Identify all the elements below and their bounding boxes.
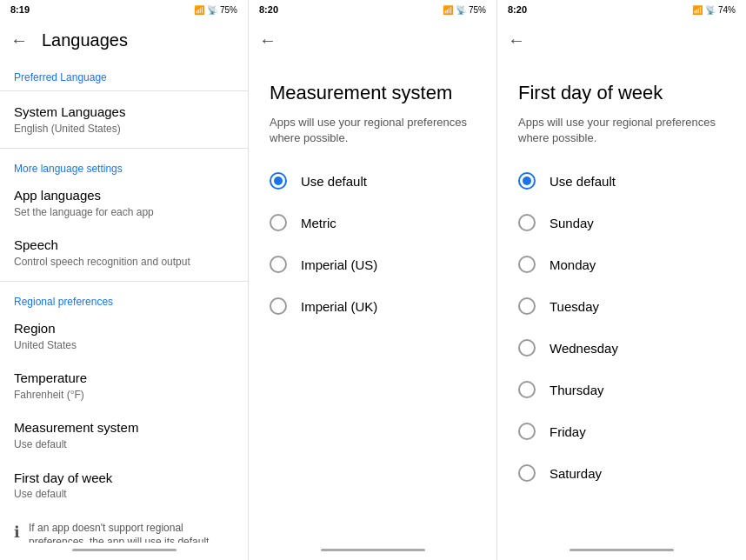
- right-radio-thursday[interactable]: Thursday: [497, 369, 746, 410]
- right-radio-circle-1: [518, 214, 536, 231]
- right-radio-label-3: Tuesday: [550, 299, 599, 314]
- time-right: 8:20: [508, 4, 527, 15]
- mid-dialog-title: Measurement system: [249, 61, 496, 115]
- time-mid: 8:20: [259, 4, 278, 15]
- mid-panel: 8:20 📶 📡 75% ← Measurement system Apps w…: [249, 0, 497, 560]
- mid-radio-use-default[interactable]: Use default: [249, 160, 496, 202]
- right-radio-label-4: Wednesday: [550, 341, 618, 356]
- status-bar-right: 8:20 📶 📡 74%: [497, 0, 746, 19]
- page-title-left: Languages: [42, 30, 128, 50]
- right-dialog-title: First day of week: [497, 61, 746, 115]
- status-bar-mid: 8:20 📶 📡 75%: [249, 0, 496, 19]
- region-subtitle: United States: [14, 339, 234, 353]
- list-item-first-day[interactable]: First day of week Use default: [0, 461, 248, 510]
- mid-radio-circle-0: [270, 172, 287, 190]
- status-icons-mid: 📶 📡 75%: [443, 5, 486, 15]
- mid-radio-circle-2: [270, 256, 287, 273]
- left-panel: 8:19 📶 📡 75% ← Languages Preferred Langu…: [0, 0, 249, 560]
- status-icons-right: 📶 📡 74%: [692, 5, 736, 15]
- right-radio-monday[interactable]: Monday: [497, 243, 746, 285]
- time-left: 8:19: [10, 4, 30, 15]
- right-radio-circle-0: [518, 172, 536, 190]
- signal-icon: 📡: [207, 5, 217, 15]
- mid-dialog-subtitle: Apps will use your regional preferences …: [249, 115, 496, 160]
- signal-icon-right: 📡: [705, 5, 716, 15]
- mid-radio-imperial-uk[interactable]: Imperial (UK): [249, 285, 496, 327]
- app-languages-title: App languages: [14, 187, 234, 204]
- temperature-title: Temperature: [14, 370, 234, 387]
- app-languages-subtitle: Set the language for each app: [14, 206, 234, 220]
- list-item-temperature[interactable]: Temperature Fahrenheit (°F): [0, 361, 248, 410]
- right-radio-use-default[interactable]: Use default: [497, 160, 746, 202]
- list-item-region[interactable]: Region United States: [0, 311, 248, 361]
- status-icons-left: 📶 📡 75%: [194, 5, 237, 15]
- region-title: Region: [14, 320, 234, 337]
- status-bar-left: 8:19 📶 📡 75%: [0, 0, 248, 19]
- section-header-regional: Regional preferences: [0, 285, 248, 311]
- mid-radio-circle-3: [270, 297, 287, 315]
- right-radio-label-2: Monday: [550, 257, 596, 272]
- wifi-icon: 📶: [194, 5, 204, 15]
- info-area: ℹ If an app doesn't support regional pre…: [0, 510, 248, 543]
- bottom-indicator-mid: [321, 549, 425, 551]
- right-radio-tuesday[interactable]: Tuesday: [497, 285, 746, 327]
- speech-subtitle: Control speech recognition and output: [14, 256, 234, 270]
- list-item-measurement[interactable]: Measurement system Use default: [0, 410, 248, 460]
- wifi-icon-right: 📶: [692, 5, 703, 15]
- back-icon-left[interactable]: ←: [10, 30, 28, 50]
- right-dialog-subtitle: Apps will use your regional preferences …: [497, 115, 746, 160]
- right-radio-label-7: Saturday: [550, 466, 602, 481]
- bottom-bar-left: [0, 543, 248, 560]
- mid-dialog-panel: Measurement system Apps will use your re…: [249, 61, 496, 543]
- bottom-indicator-left: [72, 549, 177, 551]
- right-radio-saturday[interactable]: Saturday: [497, 452, 746, 494]
- right-radio-circle-7: [518, 464, 536, 482]
- section-header-more: More language settings: [0, 152, 248, 178]
- right-radio-friday[interactable]: Friday: [497, 410, 746, 452]
- top-bar-right: ←: [497, 19, 746, 61]
- right-radio-label-5: Thursday: [550, 383, 604, 397]
- battery-left: 75%: [220, 5, 237, 15]
- speech-title: Speech: [14, 237, 234, 254]
- battery-right: 74%: [718, 5, 736, 15]
- right-radio-label-1: Sunday: [550, 216, 594, 230]
- mid-radio-imperial-us[interactable]: Imperial (US): [249, 243, 496, 285]
- divider-3: [0, 281, 248, 282]
- bottom-bar-right: [497, 543, 746, 560]
- back-icon-mid[interactable]: ←: [259, 30, 276, 50]
- battery-mid: 75%: [469, 5, 486, 15]
- right-radio-circle-3: [518, 297, 536, 315]
- mid-radio-label-1: Metric: [301, 216, 336, 230]
- right-radio-circle-5: [518, 381, 536, 398]
- mid-radio-metric[interactable]: Metric: [249, 202, 496, 243]
- measurement-title: Measurement system: [14, 419, 234, 437]
- right-panel: 8:20 📶 📡 74% ← First day of week Apps wi…: [497, 0, 746, 560]
- right-radio-circle-6: [518, 423, 536, 440]
- right-radio-circle-4: [518, 339, 536, 357]
- list-item-app-languages[interactable]: App languages Set the language for each …: [0, 178, 248, 228]
- info-text: If an app doesn't support regional prefe…: [29, 521, 234, 543]
- system-languages-subtitle: English (United States): [14, 123, 234, 137]
- mid-radio-label-0: Use default: [301, 174, 367, 189]
- left-scroll-area[interactable]: Preferred Language System Languages Engl…: [0, 61, 248, 543]
- signal-icon-mid: 📡: [456, 5, 466, 15]
- divider-1: [0, 90, 248, 91]
- right-radio-sunday[interactable]: Sunday: [497, 202, 746, 243]
- list-item-speech[interactable]: Speech Control speech recognition and ou…: [0, 228, 248, 277]
- mid-radio-label-2: Imperial (US): [301, 257, 377, 272]
- first-day-title: First day of week: [14, 470, 234, 487]
- mid-radio-label-3: Imperial (UK): [301, 299, 377, 314]
- measurement-subtitle: Use default: [14, 438, 234, 452]
- right-radio-label-0: Use default: [550, 174, 616, 189]
- mid-radio-circle-1: [270, 214, 287, 231]
- system-languages-title: System Languages: [14, 103, 234, 121]
- bottom-bar-mid: [249, 543, 496, 560]
- back-icon-right[interactable]: ←: [508, 30, 525, 50]
- wifi-icon-mid: 📶: [443, 5, 453, 15]
- right-radio-wednesday[interactable]: Wednesday: [497, 327, 746, 369]
- right-radio-label-6: Friday: [550, 424, 586, 439]
- bottom-indicator-right: [569, 549, 674, 551]
- list-item-system-languages[interactable]: System Languages English (United States): [0, 95, 248, 144]
- top-bar-left: ← Languages: [0, 19, 248, 61]
- divider-2: [0, 148, 248, 149]
